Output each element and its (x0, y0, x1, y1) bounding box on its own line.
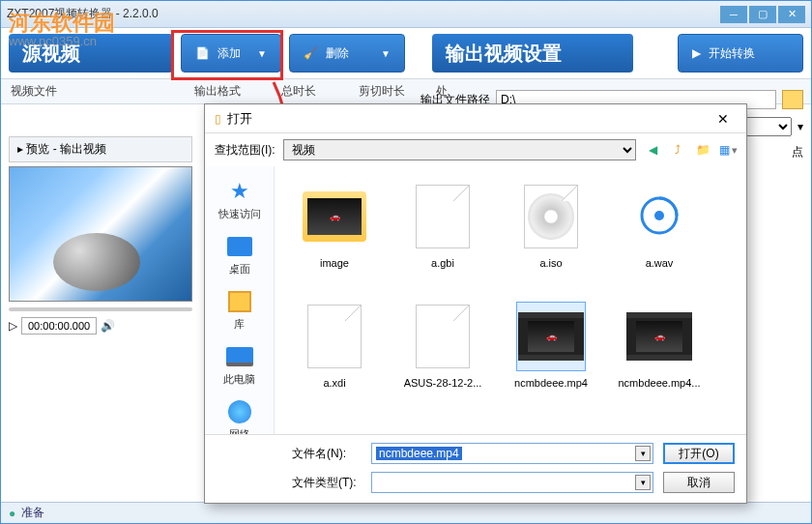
file-item[interactable]: 🚗ncmbdeee.mp4 (499, 294, 603, 410)
preview-panel: ▸ 预览 - 输出视频 ▷ 00:00:00.000 🔊 (9, 136, 192, 335)
view-mode-icon[interactable]: ▦▾ (719, 141, 737, 159)
file-thumbnail: 🚗 (516, 302, 586, 371)
play-icon: ▶ (692, 46, 701, 60)
time-display: 00:00:00.000 (21, 317, 97, 335)
file-thumbnail (408, 182, 478, 251)
add-label: 添加 (218, 45, 241, 62)
filetype-select[interactable]: ▾ (371, 472, 653, 493)
file-name: a.xdi (323, 377, 345, 389)
add-button[interactable]: 📄 添加 ▼ (181, 34, 281, 73)
delete-label: 删除 (326, 45, 349, 62)
cancel-button[interactable]: 取消 (663, 472, 735, 493)
file-thumbnail: 🚗 (624, 302, 694, 371)
window-maximize-button[interactable]: ▢ (749, 6, 776, 23)
file-item[interactable]: a.iso (499, 174, 603, 290)
film-reel-icon (53, 233, 140, 291)
delete-button[interactable]: 🧹 删除 ▼ (289, 34, 405, 73)
new-folder-icon[interactable]: 📁 (694, 141, 711, 159)
file-item[interactable]: ASUS-28-12-2... (391, 294, 495, 410)
dialog-titlebar: ▯ 打开 ✕ (205, 104, 746, 133)
file-item[interactable]: a.gbi (391, 174, 495, 290)
look-in-label: 查找范围(I): (215, 142, 276, 159)
preview-image (9, 166, 192, 302)
file-name: ncmbdeee.mp4... (619, 377, 701, 389)
place-libraries[interactable]: 库 (205, 284, 274, 335)
file-name: image (320, 257, 349, 269)
filename-value: ncmbdeee.mp4 (376, 447, 462, 460)
file-item[interactable]: 🚗ncmbdeee.mp4... (607, 294, 711, 410)
svg-point-1 (654, 211, 664, 220)
file-list[interactable]: 🚗imagea.gbia.isoa.wava.xdiASUS-28-12-2..… (275, 166, 746, 434)
pc-icon (226, 347, 253, 366)
status-bar: ● 准备 (1, 502, 811, 523)
open-file-dialog: ▯ 打开 ✕ 查找范围(I): 视频 ◀ ⤴ 📁 ▦▾ ★ 快速访问 桌面 (204, 103, 747, 504)
file-name: a.wav (646, 257, 674, 269)
filetype-label: 文件类型(T): (292, 475, 362, 491)
chevron-down-icon: ▼ (381, 48, 391, 59)
file-item[interactable]: a.wav (607, 174, 711, 290)
look-in-row: 查找范围(I): 视频 ◀ ⤴ 📁 ▦▾ (205, 133, 746, 166)
col-video-file[interactable]: 视频文件 (11, 83, 175, 100)
dialog-title: 打开 (227, 110, 710, 128)
file-name: a.gbi (431, 257, 454, 269)
col-duration[interactable]: 总时长 (281, 83, 339, 100)
file-thumbnail (300, 302, 369, 371)
point-label: 点 (792, 144, 803, 160)
start-label: 开始转换 (709, 45, 755, 62)
file-thumbnail (408, 302, 478, 371)
filename-label: 文件名(N): (292, 446, 362, 462)
status-text: 准备 (21, 505, 44, 521)
window-close-button[interactable]: ✕ (778, 6, 805, 23)
volume-icon[interactable]: 🔊 (101, 319, 115, 333)
main-toolbar: 源视频 📄 添加 ▼ 🧹 删除 ▼ 输出视频设置 ▶ 开始转换 (1, 28, 811, 78)
broom-icon: 🧹 (304, 46, 318, 60)
file-thumbnail: 🚗 (300, 182, 369, 251)
info-icon: ● (9, 507, 15, 520)
chevron-down-icon: ▼ (257, 48, 267, 59)
file-thumbnail (516, 182, 586, 251)
col-cut-duration[interactable]: 剪切时长 (359, 83, 417, 100)
seek-slider[interactable] (9, 307, 192, 311)
desktop-icon (227, 237, 252, 256)
add-icon: 📄 (195, 46, 210, 60)
open-icon: ▯ (215, 112, 221, 126)
file-item[interactable]: a.xdi (282, 294, 387, 410)
chevron-down-icon[interactable]: ▾ (635, 446, 651, 461)
file-thumbnail (624, 182, 694, 251)
start-convert-button[interactable]: ▶ 开始转换 (678, 34, 803, 73)
open-button[interactable]: 打开(O) (663, 443, 735, 464)
star-icon: ★ (224, 178, 255, 205)
file-item[interactable]: 🚗image (282, 174, 387, 290)
dialog-bottom: 文件名(N): ncmbdeee.mp4 ▾ 打开(O) 文件类型(T): ▾ … (205, 434, 746, 503)
preview-title: ▸ 预览 - 输出视频 (9, 136, 192, 162)
chevron-down-icon[interactable]: ▾ (635, 475, 651, 490)
places-bar: ★ 快速访问 桌面 库 此电脑 网络 (205, 166, 275, 434)
place-network[interactable]: 网络 (205, 394, 274, 434)
file-name: ASUS-28-12-2... (404, 377, 482, 389)
up-icon[interactable]: ⤴ (669, 141, 686, 159)
play-button[interactable]: ▷ (9, 319, 17, 333)
dialog-close-button[interactable]: ✕ (710, 109, 737, 129)
place-quick-access[interactable]: ★ 快速访问 (205, 174, 274, 225)
filename-input[interactable]: ncmbdeee.mp4 ▾ (371, 443, 653, 464)
file-name: ncmbdeee.mp4 (514, 377, 588, 389)
window-title: ZXT2007视频转换器 - 2.2.0.0 (7, 6, 718, 22)
back-icon[interactable]: ◀ (644, 141, 661, 159)
window-minimize-button[interactable]: ─ (720, 6, 747, 23)
browse-folder-button[interactable] (782, 90, 803, 109)
chevron-down-icon: ▾ (798, 120, 803, 133)
source-panel-header: 源视频 (9, 34, 173, 73)
col-output-format[interactable]: 输出格式 (194, 83, 262, 100)
place-this-pc[interactable]: 此电脑 (205, 339, 274, 391)
output-panel-header: 输出视频设置 (432, 34, 633, 73)
network-icon (228, 400, 251, 423)
library-icon (228, 291, 251, 312)
look-in-select[interactable]: 视频 (283, 139, 636, 160)
file-name: a.iso (539, 257, 562, 269)
place-desktop[interactable]: 桌面 (205, 229, 274, 280)
window-titlebar: ZXT2007视频转换器 - 2.2.0.0 ─ ▢ ✕ (1, 1, 811, 28)
